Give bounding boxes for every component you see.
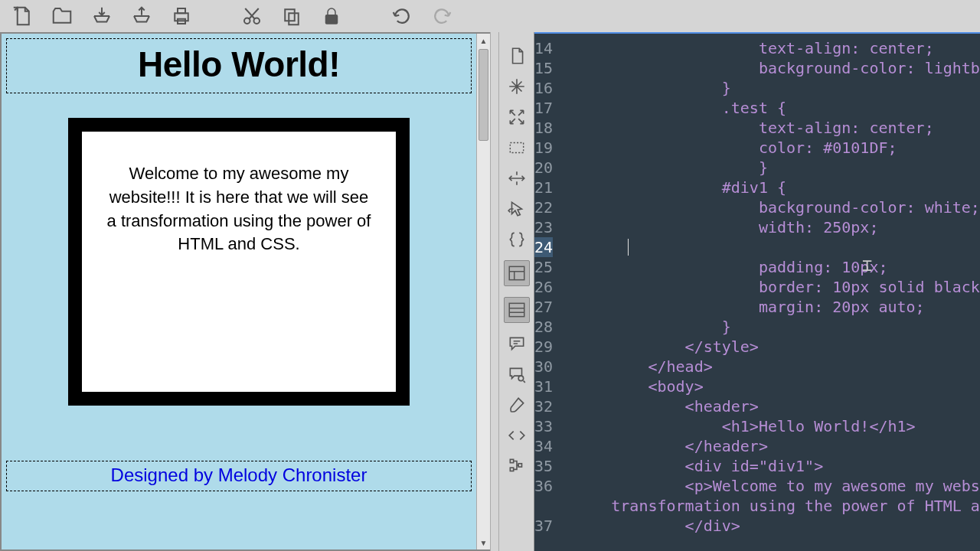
line-number: 14 [534,38,553,58]
code-line[interactable]: text-align: center; [574,38,980,58]
line-number: 33 [534,416,553,436]
line-number: 15 [534,58,553,78]
line-number: 19 [534,138,553,158]
preview-pane: Hello World! Welcome to my awesome my we… [0,32,490,551]
code-line[interactable]: margin: 20px auto; [574,297,980,317]
code-line[interactable]: text-align: center; [574,118,980,138]
code-line[interactable]: } [574,158,980,178]
svg-rect-5 [285,9,295,21]
cut-icon[interactable] [240,5,263,28]
select-cursor-icon[interactable] [507,199,527,219]
code-line[interactable]: border: 10px solid black; [574,277,980,297]
save-icon[interactable] [90,5,113,28]
code-line[interactable]: <h1>Hello World!</h1> [574,416,980,436]
svg-rect-0 [175,13,188,21]
code-line[interactable]: <header> [574,396,980,416]
scroll-thumb[interactable] [479,49,488,141]
scroll-down-icon[interactable]: ▼ [477,536,490,549]
line-number: 35 [534,456,553,476]
code-line[interactable]: .test { [574,98,980,118]
sparkle-icon[interactable] [507,77,527,96]
code-line[interactable]: </header> [574,436,980,456]
line-number: 28 [534,317,553,337]
brush-icon[interactable] [507,395,527,415]
code-line[interactable]: transformation using the power of HTML a… [574,496,980,516]
line-number: 22 [534,197,553,217]
code-line[interactable]: width: 250px; [574,217,980,237]
code-line[interactable]: <body> [574,377,980,396]
code-line[interactable]: </head> [574,357,980,377]
chat-search-icon[interactable] [507,364,527,384]
open-folder-icon[interactable] [51,5,74,28]
arrows-h-icon[interactable] [507,168,527,188]
code-line[interactable]: </div> [574,516,980,536]
layout-2-icon[interactable] [504,297,530,323]
line-number: 21 [534,178,553,197]
line-number: 23 [534,217,553,237]
undo-icon[interactable] [390,5,413,28]
code-editor[interactable]: 1415161718192021222324252627282930313233… [534,32,980,551]
line-number: 18 [534,118,553,138]
layout-1-icon[interactable] [504,260,530,286]
print-icon[interactable] [170,5,193,28]
code-line[interactable]: <div id="div1"> [574,456,980,476]
svg-rect-14 [518,464,521,467]
expand-icon[interactable] [507,107,527,127]
line-number: 36 [534,476,553,496]
preview-viewport[interactable]: Hello World! Welcome to my awesome my we… [2,34,476,549]
line-number: 37 [534,516,553,536]
code-line[interactable]: padding: 10px;⌶ [574,257,980,277]
scroll-up-icon[interactable]: ▲ [477,34,490,47]
preview-footer-text: Designed by Melody Chronister [111,465,368,485]
save-as-icon[interactable] [130,5,153,28]
lock-icon[interactable] [320,5,343,28]
code-line[interactable]: background-color: white; [574,197,980,217]
line-number-gutter: 1415161718192021222324252627282930313233… [534,34,559,551]
redo-icon[interactable] [430,5,453,28]
line-number: 25 [534,257,553,277]
code-line[interactable]: } [574,78,980,98]
new-doc-icon[interactable] [507,46,527,66]
line-number: 16 [534,78,553,98]
svg-rect-6 [289,13,299,24]
preview-header: Hello World! [6,38,472,93]
comment-icon[interactable] [507,334,527,354]
code-line[interactable]: } [574,317,980,337]
code-line[interactable]: #div1 { [574,178,980,197]
copy-icon[interactable] [280,5,303,28]
line-number: 26 [534,277,553,297]
tree-icon[interactable] [507,456,527,476]
svg-point-11 [518,376,524,381]
line-number: 32 [534,396,553,416]
code-line[interactable]: background-color: lightblue; [574,58,980,78]
grid-icon[interactable] [507,138,527,158]
code-line[interactable]: <p>Welcome to my awesome my websi [574,476,980,496]
svg-rect-10 [509,303,524,316]
pane-splitter[interactable] [490,32,499,551]
preview-paragraph: Welcome to my awesome my website!!! It i… [105,162,373,256]
line-number: 30 [534,357,553,377]
preview-scrollbar[interactable]: ▲ ▼ [476,34,490,549]
new-file-icon[interactable] [11,5,34,28]
preview-div1: Welcome to my awesome my website!!! It i… [74,124,403,399]
line-number [534,496,553,516]
svg-rect-13 [510,468,513,471]
code-line[interactable] [574,237,980,257]
workspace: Hello World! Welcome to my awesome my we… [0,32,980,551]
preview-heading: Hello World! [7,44,471,85]
braces-icon[interactable] [507,230,527,249]
code-tag-icon[interactable] [507,425,527,445]
line-number: 17 [534,98,553,118]
line-number: 29 [534,337,553,357]
line-number: 20 [534,158,553,178]
code-line[interactable]: </style> [574,337,980,357]
code-area[interactable]: text-align: center; background-color: li… [559,34,980,551]
line-number: 27 [534,297,553,317]
code-line[interactable]: color: #0101DF; [574,138,980,158]
svg-rect-12 [510,459,513,462]
tool-rail [499,32,534,551]
main-toolbar [0,0,980,32]
svg-rect-7 [326,15,338,24]
svg-rect-1 [178,8,185,13]
line-number: 24 [534,237,553,257]
